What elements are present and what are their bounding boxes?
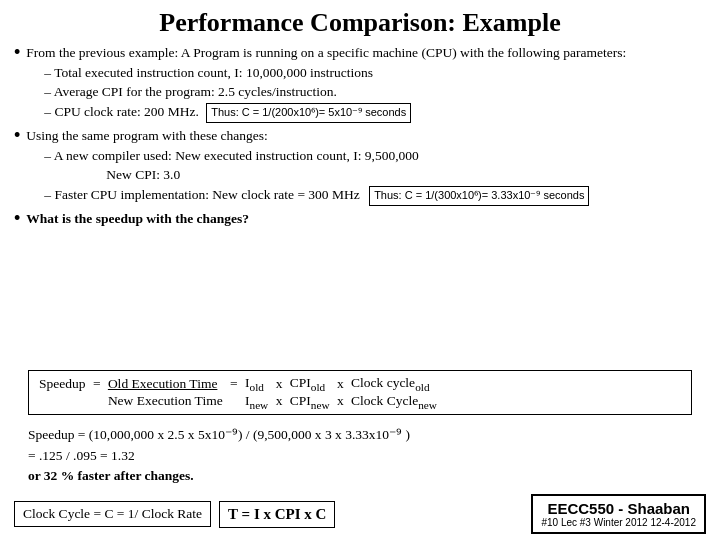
bullet-1-sub-1: – Total executed instruction count, I: 1… [44,63,706,83]
calc-line-2: = .125 / .095 = 1.32 [28,446,692,466]
new-exec: New Execution Time [106,393,225,411]
x3: x [270,393,288,411]
x1: x [270,375,288,393]
i-old: Iold [243,375,270,393]
cpi-new: CPInew [288,393,332,411]
bullet-2-main: Using the same program with these change… [26,128,267,143]
bullet-2-sub-1: – A new compiler used: New executed inst… [44,146,706,166]
i-new: Inew [243,393,270,411]
bullet-1-sub-2: – Average CPI for the program: 2.5 cycle… [44,82,706,102]
equals-2: = [225,375,243,393]
clock-cycle-box: Clock Cycle = C = 1/ Clock Rate [14,501,211,527]
x2: x [332,375,350,393]
eecc-sub: #10 Lec #3 Winter 2012 12-4-2012 [541,517,696,528]
calc-line-1: Speedup = (10,000,000 x 2.5 x 5x10⁻⁹) / … [28,425,692,445]
speedup-table: Speedup = Old Execution Time = Iold x CP… [28,370,692,415]
bullet-1-sub-3: – CPU clock rate: 200 MHz. Thus: C = 1/(… [44,102,706,123]
bullet-3-content: What is the speedup with the changes? [26,210,706,229]
main-page: Performance Comparison: Example • From t… [0,0,720,540]
old-exec: Old Execution Time [106,375,225,393]
thus-box-2: Thus: C = 1/(300x10⁶)= 3.33x10⁻⁹ seconds [369,186,589,206]
calc-section: Speedup = (10,000,000 x 2.5 x 5x10⁻⁹) / … [28,425,692,486]
empty-3 [225,393,243,411]
speedup-row-1: Speedup = Old Execution Time = Iold x CP… [37,375,439,393]
bullet-dot-1: • [14,42,20,63]
bullet-2: • Using the same program with these chan… [14,127,706,206]
bullet-2-sub-2: New CPI: 3.0 [106,165,706,185]
bullet-dot-2: • [14,125,20,146]
thus-box-1: Thus: C = 1/(200x10⁶)= 5x10⁻⁹ seconds [206,103,411,123]
empty-2 [88,393,106,411]
bullet-1-content: From the previous example: A Program is … [26,44,706,123]
eecc-box: EECC550 - Shaaban #10 Lec #3 Winter 2012… [531,494,706,534]
clock-new: Clock Cyclenew [349,393,439,411]
equals-1: = [88,375,106,393]
bullet-1-main: From the previous example: A Program is … [26,45,626,60]
x4: x [332,393,350,411]
cpi-old: CPIold [288,375,332,393]
bullet-3: • What is the speedup with the changes? [14,210,706,229]
page-title: Performance Comparison: Example [14,8,706,38]
empty-1 [37,393,88,411]
bullet-section: • From the previous example: A Program i… [14,44,706,364]
bottom-bar: Clock Cycle = C = 1/ Clock Rate T = I x … [14,494,706,534]
bullet-1: • From the previous example: A Program i… [14,44,706,123]
bullet-3-main: What is the speedup with the changes? [26,211,249,226]
speedup-row-2: New Execution Time Inew x CPInew x Clock… [37,393,439,411]
bullet-2-content: Using the same program with these change… [26,127,706,206]
eecc-title: EECC550 - Shaaban [541,500,696,517]
t-formula-box: T = I x CPI x C [219,501,335,528]
speedup-table-inner: Speedup = Old Execution Time = Iold x CP… [37,375,439,410]
bullet-dot-3: • [14,208,20,229]
clock-old: Clock cycleold [349,375,439,393]
bullet-2-sub-3: – Faster CPU implementation: New clock r… [44,185,706,206]
speedup-label: Speedup [37,375,88,393]
calc-line-3: or 32 % faster after changes. [28,466,692,486]
